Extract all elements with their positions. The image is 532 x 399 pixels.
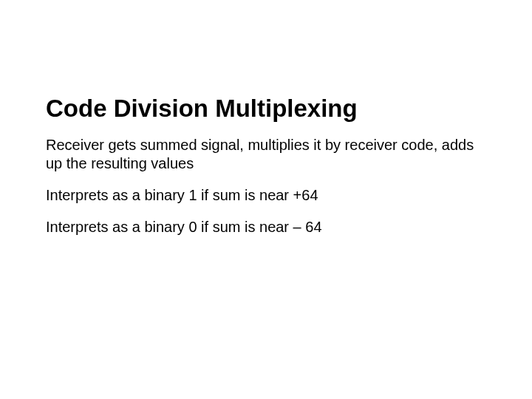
slide-body: Receiver gets summed signal, multiplies … xyxy=(46,136,486,236)
body-paragraph: Interprets as a binary 0 if sum is near … xyxy=(46,218,482,236)
slide: Code Division Multiplexing Receiver gets… xyxy=(0,0,532,399)
slide-title: Code Division Multiplexing xyxy=(46,95,486,123)
body-paragraph: Receiver gets summed signal, multiplies … xyxy=(46,136,482,173)
body-paragraph: Interprets as a binary 1 if sum is near … xyxy=(46,186,482,205)
